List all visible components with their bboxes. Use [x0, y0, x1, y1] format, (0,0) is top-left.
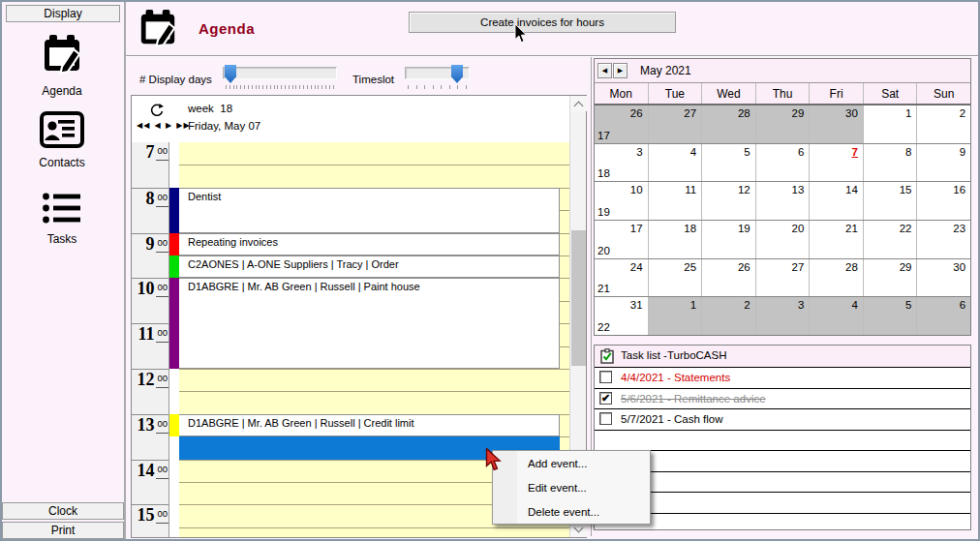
calendar-day-cell[interactable]: 6	[755, 144, 810, 182]
calendar-week-row: 1019111213141516	[595, 182, 970, 221]
slider-tick	[270, 85, 271, 89]
hour-number: 13	[135, 417, 154, 434]
calendar-day-cell[interactable]: 318	[595, 144, 648, 182]
calendar-day-cell[interactable]: 2	[701, 297, 755, 335]
calendar-day-cell[interactable]: 22	[863, 221, 917, 258]
next-day-icon[interactable]: ▶	[166, 121, 172, 130]
task-row[interactable]: 4/4/2021 - Statements	[595, 368, 970, 389]
calendar-day-cell[interactable]: 19	[701, 221, 755, 258]
task-checkbox[interactable]	[599, 371, 612, 383]
timeslot-slider[interactable]	[405, 67, 470, 79]
scroll-up-button[interactable]	[570, 96, 587, 111]
task-row[interactable]: ✔5/6/2021 - Remittance advice	[595, 389, 970, 410]
calendar-day-cell[interactable]: 2	[916, 105, 970, 143]
hour-minutes: 00	[156, 237, 168, 253]
day-of-week-header: Fri	[809, 83, 863, 104]
calendar-day-cell[interactable]: 5	[701, 144, 755, 182]
calendar-day-cell[interactable]: 3122	[595, 297, 648, 335]
calendar-day-cell[interactable]: 8	[863, 144, 917, 182]
create-invoices-button[interactable]: Create invoices for hours	[409, 12, 676, 33]
calendar-day-cell[interactable]: 25	[648, 259, 702, 297]
event-color-bar	[169, 278, 179, 369]
task-list-header: Task list -TurboCASH	[595, 346, 970, 368]
calendar-day-cell[interactable]: 2421	[595, 259, 648, 297]
calendar-day-cell[interactable]: 13	[755, 182, 810, 220]
time-column: 700800900100011001200130014001500	[132, 142, 169, 537]
calendar-day-cell[interactable]: 27	[755, 259, 810, 297]
calendar-day-cell[interactable]: 14	[809, 182, 863, 220]
prev-week-fast-icon[interactable]: ◀◀	[137, 121, 150, 130]
prev-month-button[interactable]: ◀	[597, 63, 612, 78]
print-section-button[interactable]: Print	[2, 522, 124, 539]
calendar-day-number: 26	[738, 261, 750, 273]
calendar-week-row: 3122123456	[595, 297, 970, 335]
context-menu-items: Add event...Edit event...Delete event...	[493, 451, 650, 524]
calendar-day-cell[interactable]: 12	[701, 182, 755, 220]
context-menu-item[interactable]: Edit event...	[493, 475, 650, 499]
calendar-day-number: 22	[900, 223, 912, 234]
next-month-button[interactable]: ▶	[613, 63, 628, 78]
slider-tick	[248, 85, 249, 89]
context-menu-item[interactable]: Add event...	[493, 451, 650, 475]
slider-tick	[233, 85, 234, 89]
day-of-week-header: Thu	[755, 83, 810, 104]
prev-day-icon[interactable]: ◀	[155, 121, 162, 130]
calendar-day-cell[interactable]: 30	[809, 105, 863, 143]
calendar-day-cell[interactable]: 27	[648, 105, 702, 143]
current-week-icon[interactable]	[147, 103, 165, 116]
slot-divider	[179, 527, 569, 528]
calendar-day-number: 25	[684, 261, 696, 273]
calendar-day-cell[interactable]: 18	[648, 221, 702, 258]
calendar-day-cell[interactable]: 23	[916, 221, 970, 258]
display-days-slider[interactable]	[223, 67, 337, 79]
calendar-day-cell[interactable]: 26	[701, 259, 755, 297]
calendar-day-cell[interactable]: 21	[809, 221, 863, 258]
agenda-event[interactable]: D1ABGRE | Mr. AB Green | Russell | Paint…	[179, 278, 560, 369]
calendar-day-cell[interactable]: 30	[916, 259, 970, 297]
slider-tick	[303, 85, 304, 89]
sidebar-item-contacts[interactable]: Contacts	[2, 111, 122, 169]
agenda-event[interactable]: Dentist	[179, 188, 560, 233]
calendar-day-cell[interactable]: 7	[809, 144, 863, 182]
week-number: 19	[597, 206, 610, 218]
calendar-day-cell[interactable]: 20	[755, 221, 810, 258]
context-menu-item[interactable]: Delete event...	[493, 499, 650, 524]
calendar-day-cell[interactable]: 4	[648, 144, 702, 182]
calendar-day-cell[interactable]: 1	[648, 297, 702, 335]
calendar-day-number: 14	[845, 184, 858, 195]
calendar-day-cell[interactable]: 28	[809, 259, 863, 297]
calendar-day-cell[interactable]: 28	[701, 105, 755, 143]
agenda-event[interactable]: C2AONES | A-ONE Suppliers | Tracy | Orde…	[179, 255, 560, 278]
display-section-header[interactable]: Display	[6, 5, 120, 22]
calendar-week-row: 1720181920212223	[595, 221, 970, 259]
event-title: Repeating invoices	[179, 234, 559, 248]
context-menu: Add event...Edit event...Delete event...	[492, 450, 651, 525]
calendar-day-number: 4	[851, 299, 857, 311]
calendar-day-cell[interactable]: 2617	[595, 105, 648, 143]
calendar-day-cell[interactable]: 1019	[595, 182, 648, 220]
calendar-day-number: 18	[684, 223, 696, 234]
calendar-week-row: 2421252627282930	[595, 259, 970, 298]
calendar-day-cell[interactable]: 5	[863, 297, 917, 335]
calendar-day-cell[interactable]: 1	[863, 105, 917, 143]
calendar-day-cell[interactable]: 1720	[595, 221, 648, 258]
slider-tick	[281, 85, 282, 89]
task-checkbox[interactable]: ✔	[599, 392, 612, 405]
clock-section-button[interactable]: Clock	[2, 502, 124, 520]
scrollbar-thumb[interactable]	[571, 230, 586, 366]
agenda-event[interactable]: Repeating invoices	[179, 233, 560, 255]
calendar-day-cell[interactable]: 6	[916, 297, 970, 335]
calendar-day-cell[interactable]: 29	[863, 259, 917, 297]
agenda-event[interactable]: D1ABGRE | Mr. AB Green | Russell | Credi…	[179, 414, 560, 436]
calendar-day-cell[interactable]: 16	[916, 182, 970, 220]
task-checkbox[interactable]	[599, 412, 612, 425]
sidebar-item-tasks[interactable]: Tasks	[2, 192, 122, 246]
calendar-day-cell[interactable]: 11	[648, 182, 702, 220]
calendar-day-cell[interactable]: 3	[755, 297, 810, 335]
calendar-day-cell[interactable]: 15	[863, 182, 917, 220]
sidebar-item-agenda[interactable]: Agenda	[2, 34, 122, 98]
calendar-day-cell[interactable]: 29	[755, 105, 810, 143]
calendar-day-cell[interactable]: 9	[916, 144, 970, 182]
calendar-day-cell[interactable]: 4	[809, 297, 863, 335]
task-row[interactable]: 5/7/2021 - Cash flow	[595, 409, 970, 431]
